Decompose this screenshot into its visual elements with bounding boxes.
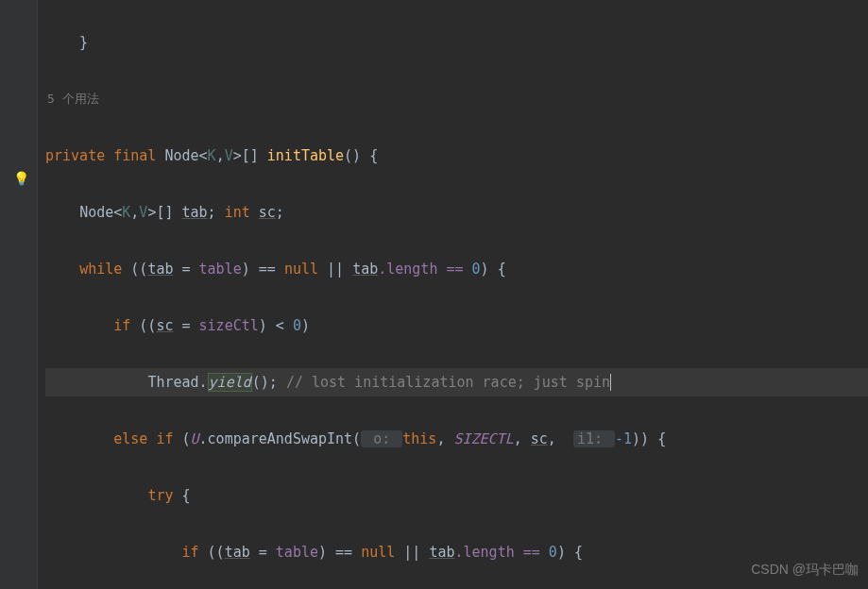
intention-bulb-icon[interactable]: 💡 — [13, 164, 29, 193]
usages-hint[interactable]: 5 个用法 — [45, 85, 868, 113]
editor-code-area[interactable]: } 5 个用法 private final Node<K,V>[] initTa… — [38, 0, 868, 589]
code-line: private final Node<K,V>[] initTable() { — [45, 142, 868, 170]
current-line: Thread.yield(); // lost initialization r… — [45, 368, 868, 396]
code-line: } — [45, 28, 868, 57]
code-line: while ((tab = table) == null || tab.leng… — [45, 255, 868, 283]
code-line: Node<K,V>[] tab; int sc; — [45, 198, 868, 227]
code-line: if ((sc = sizeCtl) < 0) — [45, 311, 868, 340]
code-line: try { — [45, 481, 868, 510]
text-cursor — [610, 374, 611, 391]
gutter: 💡 — [0, 0, 38, 589]
code-line: if ((tab = table) == null || tab.length … — [45, 538, 868, 566]
watermark: CSDN @玛卡巴咖 — [751, 555, 859, 583]
code-line: else if (U.compareAndSwapInt( o: this, S… — [45, 425, 868, 453]
